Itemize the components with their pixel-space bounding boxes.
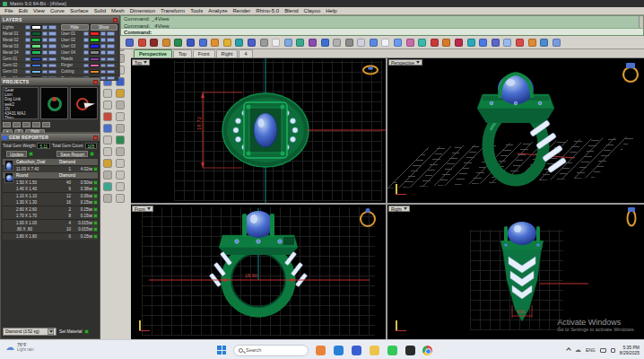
viewport-tab[interactable]: Right [216,49,239,57]
row-checkbox-icon[interactable] [93,167,98,171]
tool-icon[interactable] [103,147,112,156]
save-report-button[interactable]: Save Report [57,151,94,157]
tool-icon[interactable] [103,159,112,168]
layer-material-button[interactable] [48,25,57,30]
layer-visibility-button[interactable] [25,57,30,62]
toolbar-icon[interactable] [381,39,389,47]
tool-icon[interactable] [116,101,125,109]
tool-icon[interactable] [103,89,112,98]
layer-material-button[interactable] [48,57,57,62]
layer-row[interactable]: Metal 01 [2,31,60,37]
toolbar-icon[interactable] [503,39,511,47]
taskbar-search-box[interactable]: Search [233,345,309,356]
tool-icon[interactable] [116,89,125,98]
layer-row[interactable]: Gem 01 [2,56,60,62]
toolbar-icon[interactable] [248,39,256,47]
menu-item[interactable]: Rhino-5.0 [256,8,279,13]
chrome-icon[interactable] [422,346,432,355]
layer-lock-button[interactable] [100,76,106,81]
toolbar-icon[interactable] [174,39,182,47]
checkbox-icon[interactable] [84,329,89,334]
gem-table-row[interactable]: 2.60 X 2.60 2 0.15tw [3,206,98,213]
gem-table-row[interactable]: Cabochon_Oval Diamond [3,159,98,165]
tool-icon[interactable] [103,124,112,133]
layer-visibility-button[interactable] [25,50,30,55]
layer-lock-button[interactable] [42,57,48,62]
row-checkbox-icon[interactable] [93,214,98,218]
toolbar-icon[interactable] [126,39,134,47]
gem-table-row[interactable]: 1.10 X 1.10 12 0.06tw [3,193,98,199]
menu-item[interactable]: Help [326,8,336,13]
layer-visibility-button[interactable] [83,44,89,48]
layer-row[interactable]: Cutting [60,69,118,75]
layer-color-swatch[interactable] [31,31,41,36]
nav-button[interactable] [3,122,11,127]
menu-item[interactable]: File [4,8,13,13]
taskbar-app-icon[interactable] [387,346,397,355]
toolbar-icon[interactable] [150,39,158,47]
nav-button[interactable] [22,122,30,127]
layer-material-button[interactable] [48,64,57,68]
gem-table-row[interactable]: Round Diamond [3,172,98,179]
layer-row[interactable]: User 04 [60,49,118,56]
layer-material-button[interactable] [107,44,115,48]
toolbar-icon[interactable] [431,39,439,47]
viewport-label-top[interactable]: Top [132,59,150,66]
layer-lock-button[interactable] [42,64,48,68]
row-checkbox-icon[interactable] [93,234,98,239]
language-indicator[interactable]: ENG [586,347,596,353]
volume-icon[interactable] [611,348,615,353]
layer-material-button[interactable] [107,64,115,68]
toolbar-icon[interactable] [235,39,243,47]
menu-item[interactable]: Solid [94,8,106,13]
toolbar-icon[interactable] [211,39,219,47]
menu-item[interactable]: Blend [284,8,298,13]
menu-item[interactable]: View [33,8,45,13]
tool-icon[interactable] [103,112,112,121]
layer-row[interactable]: Gem 02 [2,63,60,69]
tray-expand-icon[interactable] [566,347,571,353]
layer-lock-button[interactable] [100,70,106,74]
layer-visibility-button[interactable] [25,64,30,68]
layer-visibility-button[interactable] [25,31,30,36]
menu-item[interactable]: Tools [190,8,203,13]
taskbar-app-icon[interactable] [352,346,361,355]
layer-row[interactable]: Heads [60,56,118,62]
toolbar-icon[interactable] [394,39,402,47]
start-button[interactable] [217,346,226,355]
layer-lock-button[interactable] [42,25,48,30]
material-dropdown[interactable]: Diamond (3.52 sg) [3,328,57,336]
menu-item[interactable]: Surface [70,8,89,13]
layer-material-button[interactable] [107,76,115,81]
layer-material-button[interactable] [107,50,115,55]
tool-icon[interactable] [103,171,112,180]
layer-color-swatch[interactable] [90,70,100,74]
update-button[interactable]: Update [6,151,33,157]
toolbar-icon[interactable] [309,39,317,47]
layer-lock-button[interactable] [100,38,106,42]
layer-row[interactable]: Finger [60,63,118,69]
row-checkbox-icon[interactable] [93,227,98,232]
row-checkbox-icon[interactable] [93,221,98,225]
taskbar-app-icon[interactable] [316,346,326,355]
taskbar-app-icon[interactable] [370,346,379,355]
viewport-label-perspective[interactable]: Perspective [388,59,422,66]
row-checkbox-icon[interactable] [93,194,98,198]
nav-button[interactable] [32,122,40,127]
layer-lock-button[interactable] [100,50,106,55]
layer-color-swatch[interactable] [31,44,41,48]
projects-list[interactable]: GearLionDog Linkwek21N43431 MAJThsu [3,87,39,119]
viewport-front[interactable]: 18.90 Front [131,205,386,339]
tool-icon[interactable] [116,159,125,168]
viewport-label-right[interactable]: Right [388,206,410,212]
tool-icon[interactable] [103,136,112,144]
checkbox-icon[interactable] [90,152,94,156]
viewport-top[interactable]: 18.72 Top [131,58,386,203]
checkbox-icon[interactable] [29,152,33,156]
layer-lock-button[interactable] [42,50,48,55]
layer-color-swatch[interactable] [31,70,41,74]
layer-color-swatch[interactable] [90,57,100,62]
layer-visibility-button[interactable] [83,64,89,68]
gem-table-row[interactable]: 1.40 X 1.40 6 0.38tw [3,186,98,192]
menu-item[interactable]: Mesh [111,8,125,13]
